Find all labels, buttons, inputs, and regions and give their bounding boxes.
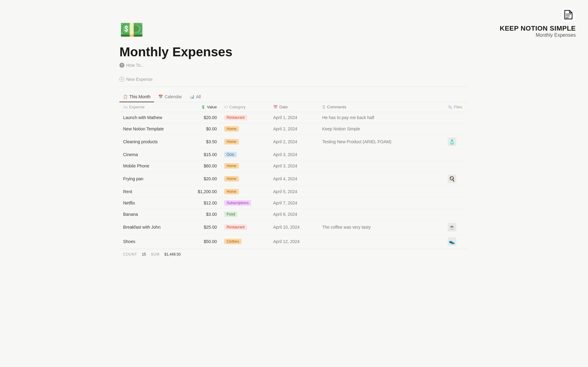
expense-name: Shoes: [123, 239, 135, 244]
table-row[interactable]: Mobile Phone $60.00 Home April 3, 2024: [119, 160, 469, 172]
notion-logo: [561, 7, 576, 22]
expense-date: April 1, 2024: [273, 115, 297, 120]
expense-comments: Testing New Product (ARIEL FOAM): [322, 139, 391, 144]
count-value: 15: [142, 252, 146, 257]
new-expense-label: New Expense: [126, 77, 153, 82]
top-branding: KEEP NOTION SIMPLE Monthly Expenses: [500, 7, 576, 38]
howto-label: How To...: [126, 63, 144, 68]
tab-all-icon: 📊: [190, 95, 194, 99]
expense-name: Cleaning products: [123, 139, 158, 144]
date-col-label: Date: [279, 105, 288, 109]
tab-calendar-icon: 📅: [158, 95, 163, 99]
category-badge: Home: [224, 189, 239, 194]
expense-date: April 4, 2024: [273, 176, 297, 181]
expense-comments: The coffee was very tasty: [322, 225, 371, 230]
expense-value: $60.00: [204, 163, 217, 168]
value-col-label: Value: [207, 105, 217, 109]
table-row[interactable]: Rent $1,200.00 Home April 5, 2024: [119, 186, 469, 197]
col-header-date[interactable]: 📅 Date: [270, 102, 318, 112]
comments-col-icon: ☰: [322, 105, 326, 109]
expense-value: $12.00: [204, 200, 217, 205]
category-badge: Restaurant: [224, 224, 247, 230]
expense-date: April 3, 2024: [273, 163, 297, 168]
expense-name: Rent: [123, 189, 132, 194]
table-row[interactable]: Breakfast with John $25.00 Restaurant Ap…: [119, 220, 469, 234]
table-row[interactable]: Launch with Mathew $20.00 Restaurant Apr…: [119, 112, 469, 123]
expense-value: $3.00: [206, 212, 217, 217]
sum-label: SUM: [151, 252, 160, 257]
new-expense-row[interactable]: + New Expense: [119, 75, 469, 87]
files-col-icon: 📎: [448, 105, 452, 109]
category-badge: Clothes: [224, 239, 242, 244]
category-badge: Ocio: [224, 152, 237, 157]
table-header-row: Aa Expense 💲 Value 🏷 Category: [119, 102, 469, 112]
expense-col-icon: Aa: [123, 105, 128, 109]
col-header-files[interactable]: 📎 Files: [444, 102, 469, 112]
tab-calendar[interactable]: 📅 Calendar: [155, 92, 186, 102]
col-header-expense[interactable]: Aa Expense: [119, 102, 187, 112]
category-badge: Home: [224, 139, 239, 144]
howto-link[interactable]: ? How To...: [119, 63, 469, 68]
count-label: COUNT: [123, 252, 137, 257]
table-body: Launch with Mathew $20.00 Restaurant Apr…: [119, 112, 469, 249]
expense-name: Launch with Mathew: [123, 115, 162, 120]
brand-title: KEEP NOTION SIMPLE: [500, 24, 576, 32]
table-row[interactable]: New Notion Template $0.00 Home April 2, …: [119, 123, 469, 135]
table-row[interactable]: Cleaning products $3.50 Home April 2, 20…: [119, 135, 469, 149]
table-row[interactable]: Banana $3.00 Food April 8, 2024: [119, 209, 469, 220]
svg-rect-0: [561, 7, 576, 22]
category-badge: Home: [224, 176, 239, 182]
tabs-container: 📋 This Month 📅 Calendar 📊 All: [119, 92, 469, 102]
file-thumbnail: 🧴: [448, 137, 456, 146]
brand-subtitle: Monthly Expenses: [536, 32, 576, 38]
expense-value: $1,200.00: [198, 189, 217, 194]
expenses-table: Aa Expense 💲 Value 🏷 Category: [119, 102, 469, 249]
expense-value: $3.50: [206, 139, 217, 144]
expense-value: $15.00: [204, 152, 217, 157]
date-col-icon: 📅: [273, 105, 278, 109]
col-header-value[interactable]: 💲 Value: [187, 102, 221, 112]
table-row[interactable]: Netflix $12.00 Subscriptions April 7, 20…: [119, 197, 469, 209]
col-header-comments[interactable]: ☰ Comments: [318, 102, 444, 112]
comments-col-label: Comments: [327, 105, 346, 109]
expense-date: April 5, 2024: [273, 189, 297, 194]
category-col-icon: 🏷: [224, 105, 228, 109]
category-badge: Home: [224, 163, 239, 169]
expense-value: $25.00: [204, 225, 217, 230]
expense-value: $0.00: [206, 126, 217, 131]
category-badge: Food: [224, 212, 237, 217]
tab-all[interactable]: 📊 All: [186, 92, 205, 102]
tab-this-month[interactable]: 📋 This Month: [119, 92, 154, 102]
expense-name: Netflix: [123, 200, 135, 205]
tab-all-label: All: [196, 94, 201, 99]
expense-date: April 10, 2024: [273, 225, 300, 230]
expense-value: $50.00: [204, 239, 217, 244]
tab-this-month-icon: 📋: [123, 95, 128, 99]
expense-name: Banana: [123, 212, 138, 217]
tab-this-month-label: This Month: [129, 94, 150, 99]
category-badge: Subscriptions: [224, 200, 251, 206]
expense-comments: Keep Notion Simple: [322, 126, 360, 131]
table-row[interactable]: Shoes $50.00 Clothes April 12, 2024 👟: [119, 234, 469, 249]
table-row[interactable]: Frying pan $20.00 Home April 4, 2024 🍳: [119, 172, 469, 186]
page-emoji: 💵: [119, 18, 469, 41]
sum-value: $1,448.50: [164, 252, 181, 257]
howto-icon: ?: [119, 63, 124, 68]
expense-name: Cinema: [123, 152, 138, 157]
file-thumbnail: ☕: [448, 223, 456, 231]
value-col-icon: 💲: [201, 105, 205, 109]
expense-date: April 2, 2024: [273, 139, 297, 144]
expense-value: $20.00: [204, 115, 217, 120]
files-col-label: Files: [454, 105, 462, 109]
main-content: 💵 Monthly Expenses ? How To... + New Exp…: [95, 0, 493, 272]
file-thumbnail: 🍳: [448, 174, 456, 183]
file-thumbnail: 👟: [448, 237, 456, 246]
plus-icon: +: [119, 77, 124, 82]
category-badge: Restaurant: [224, 115, 247, 120]
col-header-category[interactable]: 🏷 Category: [221, 102, 270, 112]
expense-value: $20.00: [204, 176, 217, 181]
expense-date: April 3, 2024: [273, 152, 297, 157]
table-row[interactable]: Cinema $15.00 Ocio April 3, 2024: [119, 149, 469, 160]
table-footer: COUNT 15 SUM $1,448.50: [119, 249, 469, 260]
expense-name: New Notion Template: [123, 126, 164, 131]
